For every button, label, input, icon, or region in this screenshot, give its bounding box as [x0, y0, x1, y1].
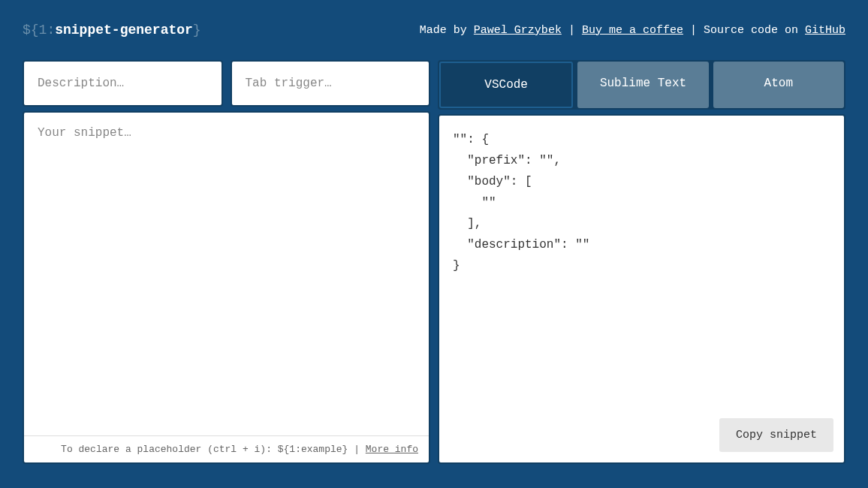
separator: |	[562, 24, 582, 37]
description-input[interactable]	[23, 60, 223, 107]
separator: |	[683, 24, 704, 37]
more-info-link[interactable]: More info	[366, 444, 418, 455]
trigger-input[interactable]	[231, 60, 431, 107]
github-link[interactable]: GitHub	[805, 24, 845, 37]
tab-atom[interactable]: Atom	[713, 62, 844, 108]
output-panel: "": { "prefix": "", "body": [ "" ], "des…	[438, 114, 845, 464]
copy-snippet-button[interactable]: Copy snippet	[719, 418, 833, 452]
hint-text: To declare a placeholder (ctrl + i): ${1…	[61, 444, 366, 455]
app-logo: ${1:snippet-generator}	[23, 23, 201, 38]
snippet-textarea[interactable]	[24, 113, 429, 435]
coffee-link[interactable]: Buy me a coffee	[582, 24, 683, 37]
editor-tabs: VSCode Sublime Text Atom	[438, 60, 845, 110]
author-link[interactable]: Pawel Grzybek	[474, 24, 562, 37]
hint-bar: To declare a placeholder (ctrl + i): ${1…	[24, 435, 429, 462]
made-by-text: Made by	[420, 24, 474, 37]
logo-main: snippet-generator	[55, 23, 193, 38]
logo-suffix: }	[193, 23, 201, 38]
tab-sublime[interactable]: Sublime Text	[577, 62, 708, 108]
header-credits: Made by Pawel Grzybek | Buy me a coffee …	[420, 24, 845, 37]
tab-vscode[interactable]: VSCode	[439, 62, 573, 108]
source-text: Source code on	[704, 24, 805, 37]
logo-prefix: ${1:	[23, 23, 55, 38]
output-code[interactable]: "": { "prefix": "", "body": [ "" ], "des…	[453, 129, 830, 449]
